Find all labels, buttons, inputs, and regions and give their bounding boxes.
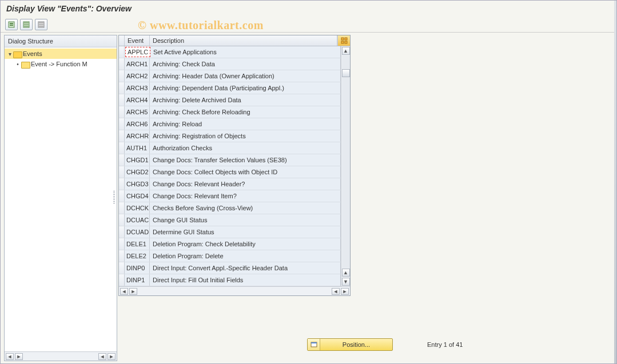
cell-description[interactable]: Change Docs: Collect Objects with Object…: [150, 166, 341, 178]
table-row[interactable]: DCUADDetermine GUI Status: [119, 226, 341, 238]
row-selector[interactable]: [119, 142, 125, 154]
scroll-left-end-icon[interactable]: ◄: [98, 353, 106, 360]
scroll-thumb[interactable]: [342, 69, 350, 77]
scroll-left-icon[interactable]: ◄: [6, 353, 14, 360]
table-row[interactable]: ARCH2Archiving: Header Data (Owner Appli…: [119, 70, 341, 82]
column-header-description[interactable]: Description: [150, 35, 337, 46]
cell-description[interactable]: Archiving: Check Before Reloading: [150, 106, 341, 118]
cell-description[interactable]: Archiving: Registration of Objects: [150, 130, 341, 142]
table-row[interactable]: DINP1Direct Input: Fill Out Initial Fiel…: [119, 274, 341, 286]
tree-node-events[interactable]: ▾ Events: [5, 49, 117, 59]
table-row[interactable]: ARCH5Archiving: Check Before Reloading: [119, 106, 341, 118]
cell-event[interactable]: DCUAD: [125, 226, 150, 238]
row-selector[interactable]: [119, 46, 125, 58]
cell-event[interactable]: ARCH6: [125, 118, 150, 130]
column-header-event[interactable]: Event: [125, 35, 150, 46]
cell-event[interactable]: ARCH3: [125, 82, 150, 94]
row-selector[interactable]: [119, 130, 125, 142]
grid-horizontal-scrollbar[interactable]: ◄ ► ◄ ►: [119, 286, 350, 295]
cell-event[interactable]: CHGD1: [125, 154, 150, 166]
cell-event[interactable]: AUTH1: [125, 142, 150, 154]
table-row[interactable]: DINP0Direct Input: Convert Appl.-Specifi…: [119, 262, 341, 274]
left-horizontal-scrollbar[interactable]: ◄ ► ◄ ►: [5, 351, 117, 361]
row-selector[interactable]: [119, 58, 125, 70]
cell-event[interactable]: ARCH4: [125, 94, 150, 106]
row-selector[interactable]: [119, 178, 125, 190]
cell-event[interactable]: CHGD4: [125, 190, 150, 202]
tree-toggle-icon[interactable]: ▾: [7, 51, 13, 57]
row-selector[interactable]: [119, 106, 125, 118]
cell-event[interactable]: CHGD3: [125, 178, 150, 190]
cell-description[interactable]: Deletion Program: Delete: [150, 250, 341, 262]
toolbar-button-3[interactable]: [35, 19, 47, 30]
cell-description[interactable]: Change Docs: Transfer Selection Values (…: [150, 154, 341, 166]
row-selector[interactable]: [119, 226, 125, 238]
table-row[interactable]: ARCH6Archiving: Reload: [119, 118, 341, 130]
table-row[interactable]: DCUACChange GUI Status: [119, 214, 341, 226]
cell-description[interactable]: Archiving: Reload: [150, 118, 341, 130]
cell-event[interactable]: DINP0: [125, 262, 150, 274]
cell-description[interactable]: Change GUI Status: [150, 214, 341, 226]
table-row[interactable]: ARCH4Archiving: Delete Archived Data: [119, 94, 341, 106]
table-row[interactable]: CHGD2Change Docs: Collect Objects with O…: [119, 166, 341, 178]
cell-description[interactable]: Archiving: Dependent Data (Participating…: [150, 82, 341, 94]
table-row[interactable]: ARCH3Archiving: Dependent Data (Particip…: [119, 82, 341, 94]
table-settings-icon[interactable]: [337, 35, 350, 46]
table-row[interactable]: ARCHRArchiving: Registration of Objects: [119, 130, 341, 142]
table-row[interactable]: CHGD3Change Docs: Relevant Header?: [119, 178, 341, 190]
scroll-down-icon[interactable]: ▼: [342, 278, 350, 286]
cell-description[interactable]: Checks Before Saving (Cross-View): [150, 202, 341, 214]
cell-event[interactable]: APPLC: [125, 47, 150, 57]
cell-description[interactable]: Archiving: Check Data: [150, 58, 341, 70]
table-row[interactable]: DELE2Deletion Program: Delete: [119, 250, 341, 262]
scroll-left-end-icon[interactable]: ◄: [332, 288, 340, 295]
cell-event[interactable]: ARCH2: [125, 70, 150, 82]
row-selector[interactable]: [119, 214, 125, 226]
cell-event[interactable]: DELE2: [125, 250, 150, 262]
cell-description[interactable]: Set Active Applications: [150, 46, 341, 58]
table-row[interactable]: AUTH1Authorization Checks: [119, 142, 341, 154]
toolbar-button-2[interactable]: [20, 19, 33, 30]
pane-resize-handle[interactable]: [113, 35, 116, 360]
table-row[interactable]: DCHCKChecks Before Saving (Cross-View): [119, 202, 341, 214]
row-selector[interactable]: [119, 82, 125, 94]
toolbar-button-1[interactable]: [5, 19, 18, 30]
cell-description[interactable]: Archiving: Header Data (Owner Applicatio…: [150, 70, 341, 82]
row-selector[interactable]: [119, 274, 125, 286]
cell-description[interactable]: Direct Input: Fill Out Initial Fields: [150, 274, 341, 286]
row-selector[interactable]: [119, 94, 125, 106]
table-row[interactable]: APPLCSet Active Applications: [119, 46, 341, 58]
scroll-track[interactable]: [342, 55, 350, 268]
row-selector[interactable]: [119, 118, 125, 130]
scroll-right-icon[interactable]: ►: [129, 288, 137, 295]
scroll-left-icon[interactable]: ◄: [120, 288, 128, 295]
cell-description[interactable]: Change Docs: Relevant Header?: [150, 178, 341, 190]
row-selector[interactable]: [119, 238, 125, 250]
table-row[interactable]: CHGD4Change Docs: Relevant Item?: [119, 190, 341, 202]
cell-description[interactable]: Change Docs: Relevant Item?: [150, 190, 341, 202]
row-selector[interactable]: [119, 262, 125, 274]
row-selector[interactable]: [119, 70, 125, 82]
cell-event[interactable]: DELE1: [125, 238, 150, 250]
row-selector[interactable]: [119, 202, 125, 214]
table-row[interactable]: DELE1Deletion Program: Check Deletabilit…: [119, 238, 341, 250]
row-selector[interactable]: [119, 166, 125, 178]
scroll-right-end-icon[interactable]: ►: [341, 288, 349, 295]
grid-vertical-scrollbar[interactable]: ▲ ▲ ▼: [341, 46, 350, 286]
table-row[interactable]: ARCH1Archiving: Check Data: [119, 58, 341, 70]
cell-event[interactable]: DCHCK: [125, 202, 150, 214]
scroll-right-icon[interactable]: ►: [15, 353, 23, 360]
cell-description[interactable]: Deletion Program: Check Deletability: [150, 238, 341, 250]
row-selector[interactable]: [119, 250, 125, 262]
table-row[interactable]: CHGD1Change Docs: Transfer Selection Val…: [119, 154, 341, 166]
scroll-up-icon[interactable]: ▲: [342, 47, 350, 55]
cell-description[interactable]: Authorization Checks: [150, 142, 341, 154]
cell-event[interactable]: DCUAC: [125, 214, 150, 226]
cell-event[interactable]: DINP1: [125, 274, 150, 286]
row-selector[interactable]: [119, 190, 125, 202]
cell-event[interactable]: ARCHR: [125, 130, 150, 142]
cell-description[interactable]: Determine GUI Status: [150, 226, 341, 238]
scroll-up-step-icon[interactable]: ▲: [342, 269, 350, 277]
cell-description[interactable]: Archiving: Delete Archived Data: [150, 94, 341, 106]
cell-event[interactable]: ARCH1: [125, 58, 150, 70]
